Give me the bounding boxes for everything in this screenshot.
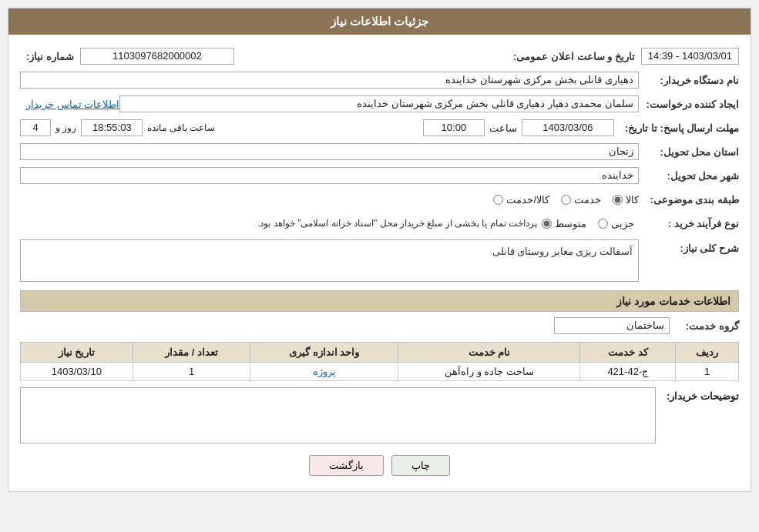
purchase-type-jozyi-radio[interactable] (598, 219, 608, 229)
service-group-value: ساختمان (554, 317, 670, 334)
creator-row: ایجاد کننده درخواست: سلمان محمدی دهیار د… (20, 94, 739, 114)
buyer-org-row: نام دستگاه خریدار: دهیاری قانلی بخش مرکز… (20, 70, 739, 90)
print-button[interactable]: چاپ (391, 455, 450, 476)
main-container: جزئیات اطلاعات نیاز 1403/03/01 - 14:39 ت… (8, 8, 751, 492)
purchase-type-mutavasset: متوسط (542, 218, 586, 229)
services-section-header: اطلاعات خدمات مورد نیاز (20, 290, 739, 312)
city-row: شهر محل تحویل: خداینده (20, 166, 739, 186)
remaining-days: 4 (20, 119, 51, 136)
buyer-org-value: دهیاری قانلی بخش مرکزی شهرستان خداینده (20, 72, 639, 89)
cell-quantity: 1 (133, 363, 250, 381)
cell-unit: پروژه (250, 363, 398, 381)
purchase-type-mutavasset-radio[interactable] (542, 219, 552, 229)
service-group-label: گروه خدمت: (670, 320, 739, 332)
purchase-type-jozyi: جزیی (598, 218, 634, 229)
category-row: طبقه بندی موضوعی: کالا/خدمت خدمت کالا (20, 189, 739, 209)
page-wrapper: جزئیات اطلاعات نیاز 1403/03/01 - 14:39 ت… (0, 0, 759, 532)
category-kala-khidmat: کالا/خدمت (493, 194, 549, 206)
content-area: 1403/03/01 - 14:39 تاریخ و ساعت اعلان عم… (8, 35, 751, 491)
back-button[interactable]: بازگشت (309, 455, 384, 476)
category-khidmat: خدمت (561, 194, 601, 206)
buyer-desc-label: توضیحات خریدار: (662, 387, 739, 402)
col-service-name: نام خدمت (398, 343, 580, 363)
col-service-code: کد خدمت (580, 343, 676, 363)
city-value: خداینده (20, 167, 639, 184)
deadline-time-label: ساعت (489, 122, 517, 134)
purchase-type-note: پرداخت تمام یا بخشی از مبلغ خریداز محل "… (257, 218, 537, 229)
category-khidmat-label: خدمت (574, 194, 601, 206)
buttons-row: چاپ بازگشت (20, 455, 739, 476)
page-header: جزئیات اطلاعات نیاز (8, 8, 751, 35)
category-kala-khidmat-label: کالا/خدمت (506, 194, 549, 206)
buyer-desc-area (20, 387, 656, 443)
announcement-label: تاریخ و ساعت اعلان عمومی: (507, 51, 635, 62)
category-label: طبقه بندی موضوعی: (639, 194, 739, 206)
cell-row-num: 1 (676, 363, 739, 381)
deadline-row: مهلت ارسال پاسخ: تا تاریخ: 1403/03/06 سا… (20, 118, 739, 138)
buyer-org-label: نام دستگاه خریدار: (639, 75, 739, 86)
province-value: زنجان (20, 143, 639, 160)
col-unit: واحد اندازه گیری (250, 343, 398, 363)
purchase-type-mutavasset-label: متوسط (555, 218, 586, 229)
need-desc-label: شرح کلی نیاز: (639, 239, 739, 254)
province-label: استان محل تحویل: (639, 146, 739, 158)
remaining-time: 18:55:03 (81, 119, 143, 136)
service-group-row: گروه خدمت: ساختمان (20, 316, 739, 336)
deadline-time: 10:00 (423, 119, 485, 136)
category-radio-group: کالا/خدمت خدمت کالا (493, 194, 639, 206)
category-kala-khidmat-radio[interactable] (493, 195, 503, 205)
announcement-value: 1403/03/01 - 14:39 (641, 48, 739, 65)
need-desc-row: شرح کلی نیاز: آسفالت ریزی معابر روستای ق… (20, 239, 739, 284)
cell-service-code: ج-42-421 (580, 363, 676, 381)
page-title: جزئیات اطلاعات نیاز (331, 15, 428, 28)
remaining-suffix: ساعت باقی مانده (147, 122, 215, 133)
col-quantity: تعداد / مقدار (133, 343, 250, 363)
col-row-num: ردیف (676, 343, 739, 363)
category-kala: کالا (613, 194, 639, 206)
need-desc-textarea[interactable] (20, 239, 639, 282)
creator-value: سلمان محمدی دهیار دهیاری قانلی بخش مرکزی… (119, 95, 639, 112)
deadline-date: 1403/03/06 (522, 119, 614, 136)
cell-need-date: 1403/03/10 (21, 363, 133, 381)
category-kala-radio[interactable] (613, 195, 623, 205)
cell-service-name: ساخت جاده و راه‌آهن (398, 363, 580, 381)
need-number-label: شماره نیاز: (20, 51, 74, 62)
purchase-type-row: نوع فرآیند خرید : متوسط جزیی پرداخت تمام… (20, 213, 739, 233)
deadline-label: مهلت ارسال پاسخ: تا تاریخ: (619, 122, 739, 134)
city-label: شهر محل تحویل: (639, 170, 739, 182)
need-number-value: 1103097682000002 (80, 48, 234, 65)
remaining-days-label: روز و (55, 122, 76, 133)
table-row: 1 ج-42-421 ساخت جاده و راه‌آهن پروژه 1 1… (21, 363, 739, 381)
announcement-row: 1403/03/01 - 14:39 تاریخ و ساعت اعلان عم… (20, 46, 739, 66)
purchase-type-jozyi-label: جزیی (611, 218, 634, 229)
contact-link[interactable]: اطلاعات تماس خریدار (20, 99, 119, 110)
services-table: ردیف کد خدمت نام خدمت واحد اندازه گیری ت… (20, 342, 739, 381)
buyer-desc-row: توضیحات خریدار: (20, 387, 739, 443)
col-need-date: تاریخ نیاز (21, 343, 133, 363)
purchase-type-radio-group: متوسط جزیی (542, 218, 634, 229)
category-kala-label: کالا (626, 194, 639, 206)
province-row: استان محل تحویل: زنجان (20, 142, 739, 162)
buyer-desc-textarea[interactable] (24, 391, 652, 437)
purchase-type-label: نوع فرآیند خرید : (639, 218, 739, 229)
category-khidmat-radio[interactable] (561, 195, 571, 205)
creator-label: ایجاد کننده درخواست: (639, 99, 739, 110)
